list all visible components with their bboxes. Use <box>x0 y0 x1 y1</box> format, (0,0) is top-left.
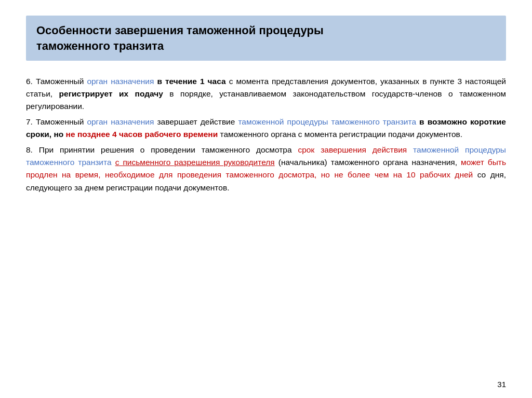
p7-mid1: завершает действие <box>154 117 238 126</box>
p6-start: 6. Таможенный <box>26 77 87 86</box>
p7-bold2: не позднее 4 часов рабочего времени <box>66 130 218 139</box>
p8-mid4: (начальника) таможенного органа назначен… <box>275 158 461 167</box>
title-box: Особенности завершения таможенной процед… <box>26 16 506 61</box>
p7-start: 7. Таможенный <box>26 117 87 126</box>
p8-red1: срок завершения действия <box>298 145 407 154</box>
title-line1: Особенности завершения таможенной процед… <box>36 24 324 37</box>
p8-red-underline: с письменного разрешения руководителя <box>115 158 275 167</box>
page: Особенности завершения таможенной процед… <box>0 0 532 398</box>
p8-mid3 <box>112 158 115 167</box>
p7-blue1: таможенной процедуры таможенного транзит… <box>238 117 416 126</box>
p8-blue2: таможенного транзита <box>26 158 112 167</box>
p6-organ: орган назначения <box>87 77 154 86</box>
p7-organ: орган назначения <box>87 117 154 126</box>
title-text: Особенности завершения таможенной процед… <box>36 23 496 53</box>
p6-bold1: в течение 1 часа <box>157 77 225 86</box>
paragraph-6: 6. Таможенный орган назначения в течение… <box>26 75 506 113</box>
paragraph-8: 8. При принятии решения о проведении там… <box>26 144 506 194</box>
p7-mid3: таможенного органа с момента регистрации… <box>218 130 462 139</box>
page-number: 31 <box>497 380 506 389</box>
title-line2: таможенного транзита <box>36 39 164 52</box>
p8-blue1: таможенной процедуры <box>413 145 506 154</box>
p8-start: 8. При принятии решения о проведении там… <box>26 145 298 154</box>
paragraph-7: 7. Таможенный орган назначения завершает… <box>26 116 506 141</box>
p6-bold2: регистрирует их подачу <box>59 89 163 98</box>
p8-mid1 <box>407 145 413 154</box>
content-area: 6. Таможенный орган назначения в течение… <box>26 75 506 194</box>
